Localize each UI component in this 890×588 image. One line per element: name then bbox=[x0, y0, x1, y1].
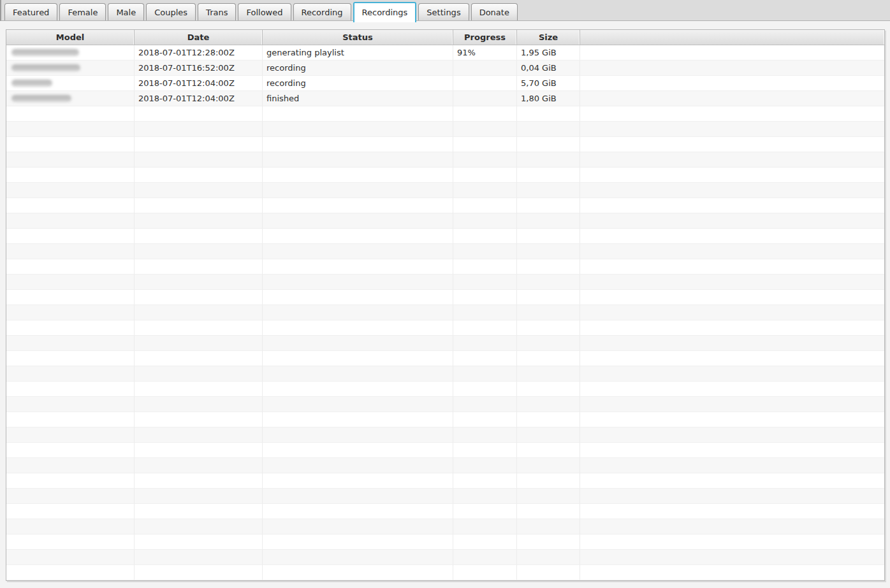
cell-filler bbox=[580, 198, 884, 213]
table-row[interactable]: 2018-07-01T12:04:00Zrecording5,70 GiB bbox=[6, 76, 884, 91]
cell-progress bbox=[453, 458, 517, 473]
tab-donate[interactable]: Donate bbox=[471, 3, 518, 20]
cell-progress bbox=[453, 229, 517, 244]
cell-status bbox=[263, 458, 453, 473]
cell-size bbox=[517, 366, 580, 382]
cell-date bbox=[135, 534, 263, 550]
cell-progress bbox=[453, 198, 517, 213]
tab-couples[interactable]: Couples bbox=[146, 3, 196, 20]
cell-status: generating playlist bbox=[263, 45, 453, 61]
cell-status bbox=[263, 244, 453, 259]
table-row-empty bbox=[6, 412, 884, 427]
tab-featured[interactable]: Featured bbox=[4, 3, 57, 20]
cell-model bbox=[6, 427, 135, 443]
cell-size bbox=[517, 244, 580, 259]
cell-progress bbox=[453, 76, 517, 91]
table-row-empty bbox=[6, 229, 884, 244]
cell-progress bbox=[453, 320, 517, 336]
cell-size bbox=[517, 397, 580, 412]
table-row[interactable]: 2018-07-01T16:52:00Zrecording0,04 GiB bbox=[6, 61, 884, 76]
cell-size bbox=[517, 122, 580, 137]
cell-model bbox=[6, 198, 135, 213]
cell-date bbox=[135, 122, 263, 137]
cell-model bbox=[6, 336, 135, 351]
cell-filler bbox=[580, 45, 884, 61]
model-name-redacted bbox=[11, 49, 79, 56]
cell-status: recording bbox=[263, 61, 453, 76]
cell-status bbox=[263, 305, 453, 320]
tab-bar: FeaturedFemaleMaleCouplesTransFollowedRe… bbox=[0, 0, 890, 21]
cell-model bbox=[6, 382, 135, 397]
cell-model bbox=[6, 76, 135, 91]
cell-model bbox=[6, 290, 135, 305]
cell-progress bbox=[453, 397, 517, 412]
cell-filler bbox=[580, 305, 884, 320]
table-row-empty bbox=[6, 106, 884, 122]
column-header-progress[interactable]: Progress bbox=[453, 30, 517, 45]
cell-progress bbox=[453, 168, 517, 183]
recordings-table: ModelDateStatusProgressSize 2018-07-01T1… bbox=[6, 29, 885, 581]
table-row-empty bbox=[6, 275, 884, 290]
column-header-status[interactable]: Status bbox=[263, 30, 453, 45]
cell-status bbox=[263, 183, 453, 198]
table-row-empty bbox=[6, 427, 884, 443]
cell-date: 2018-07-01T12:04:00Z bbox=[135, 91, 263, 106]
cell-filler bbox=[580, 504, 884, 519]
cell-model bbox=[6, 213, 135, 229]
cell-date: 2018-07-01T12:28:00Z bbox=[135, 45, 263, 61]
table-row[interactable]: 2018-07-01T12:28:00Zgenerating playlist9… bbox=[6, 45, 884, 61]
column-header-date[interactable]: Date bbox=[135, 30, 263, 45]
table-row-empty bbox=[6, 504, 884, 519]
cell-size bbox=[517, 275, 580, 290]
tab-recording[interactable]: Recording bbox=[293, 3, 351, 20]
cell-size bbox=[517, 229, 580, 244]
cell-filler bbox=[580, 244, 884, 259]
cell-size bbox=[517, 198, 580, 213]
cell-date bbox=[135, 489, 263, 504]
cell-filler bbox=[580, 290, 884, 305]
cell-model bbox=[6, 458, 135, 473]
cell-size bbox=[517, 534, 580, 550]
column-header-model[interactable]: Model bbox=[6, 30, 135, 45]
cell-progress bbox=[453, 382, 517, 397]
cell-status bbox=[263, 320, 453, 336]
table-header-row: ModelDateStatusProgressSize bbox=[6, 30, 884, 45]
cell-size: 5,70 GiB bbox=[517, 76, 580, 91]
cell-progress bbox=[453, 550, 517, 565]
cell-model bbox=[6, 412, 135, 427]
tab-recordings[interactable]: Recordings bbox=[353, 2, 417, 22]
table-row-empty bbox=[6, 366, 884, 382]
table-row-empty bbox=[6, 290, 884, 305]
cell-filler bbox=[580, 351, 884, 366]
cell-date bbox=[135, 565, 263, 580]
cell-progress bbox=[453, 473, 517, 489]
cell-status bbox=[263, 137, 453, 152]
cell-model bbox=[6, 45, 135, 61]
table-row-empty bbox=[6, 473, 884, 489]
cell-status bbox=[263, 519, 453, 534]
cell-progress bbox=[453, 351, 517, 366]
cell-filler bbox=[580, 489, 884, 504]
table-row-empty bbox=[6, 244, 884, 259]
cell-status bbox=[263, 152, 453, 168]
cell-model bbox=[6, 91, 135, 106]
cell-date bbox=[135, 183, 263, 198]
cell-model bbox=[6, 305, 135, 320]
cell-progress bbox=[453, 213, 517, 229]
tab-followed[interactable]: Followed bbox=[238, 3, 291, 20]
column-header-size[interactable]: Size bbox=[517, 30, 580, 45]
cell-size bbox=[517, 259, 580, 275]
cell-progress bbox=[453, 122, 517, 137]
tab-settings[interactable]: Settings bbox=[418, 3, 469, 20]
tab-trans[interactable]: Trans bbox=[198, 3, 236, 20]
cell-status bbox=[263, 290, 453, 305]
cell-date bbox=[135, 213, 263, 229]
table-row[interactable]: 2018-07-01T12:04:00Zfinished1,80 GiB bbox=[6, 91, 884, 106]
cell-model bbox=[6, 443, 135, 458]
cell-filler bbox=[580, 122, 884, 137]
cell-filler bbox=[580, 443, 884, 458]
cell-filler bbox=[580, 61, 884, 76]
cell-date bbox=[135, 366, 263, 382]
tab-male[interactable]: Male bbox=[108, 3, 144, 20]
tab-female[interactable]: Female bbox=[59, 3, 106, 20]
